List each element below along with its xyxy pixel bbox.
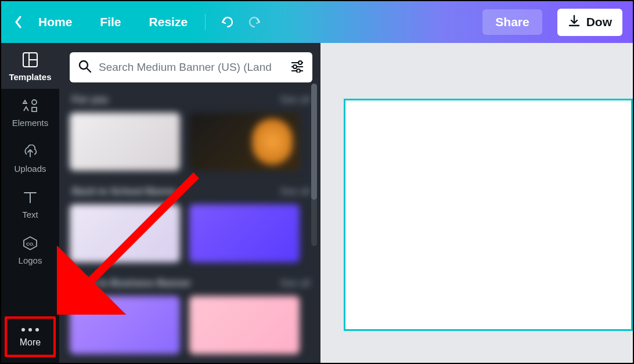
section-title: Back to Business Banner (72, 277, 191, 289)
file-menu[interactable]: File (95, 13, 125, 31)
download-icon (568, 15, 581, 30)
share-button[interactable]: Share (482, 9, 542, 35)
svg-point-11 (293, 65, 297, 69)
logos-icon: CO. (21, 235, 39, 252)
search-input[interactable] (99, 61, 283, 74)
resize-button[interactable]: Resize (145, 13, 193, 31)
rail-more-label: More (20, 337, 41, 348)
filters-icon[interactable] (290, 60, 304, 75)
panel-content-blurred: For youSee all Back to School BanneSee a… (70, 94, 312, 354)
svg-point-9 (298, 61, 302, 64)
design-canvas[interactable] (344, 99, 633, 331)
search-icon (78, 59, 92, 75)
svg-rect-4 (32, 107, 37, 111)
svg-point-3 (32, 100, 37, 104)
canvas-area[interactable] (320, 43, 633, 363)
redo-icon[interactable] (245, 13, 264, 31)
home-link[interactable]: Home (34, 13, 77, 31)
rail-text-label: Text (22, 210, 38, 219)
see-all: See all (280, 94, 310, 106)
rail-templates[interactable]: Templates (1, 43, 59, 89)
rail-uploads-label: Uploads (14, 164, 46, 174)
rail-templates-label: Templates (9, 72, 51, 82)
elements-icon (21, 97, 39, 114)
rail-elements[interactable]: Elements (1, 89, 59, 135)
see-all: See all (280, 186, 310, 197)
svg-line-7 (87, 69, 91, 72)
text-icon (21, 189, 39, 206)
svg-point-13 (297, 69, 300, 73)
svg-text:CO.: CO. (26, 242, 34, 247)
app-root: Home File Resize Share Dow Templates (0, 0, 634, 364)
rail-logos-label: Logos (19, 255, 42, 265)
uploads-icon (21, 143, 39, 160)
download-button[interactable]: Dow (557, 9, 622, 36)
topbar: Home File Resize Share Dow (1, 1, 633, 43)
svg-point-6 (80, 61, 88, 69)
more-icon (21, 328, 39, 331)
rail-elements-label: Elements (12, 118, 49, 128)
back-chevron-icon[interactable] (12, 15, 26, 29)
separator (205, 14, 206, 30)
body: Templates Elements Uploads Text (1, 43, 633, 363)
see-all: See all (280, 277, 310, 289)
rail-logos[interactable]: CO. Logos (1, 226, 59, 272)
section-title: Back to School Banne (72, 186, 176, 197)
search-bar (70, 52, 312, 82)
section-title: For you (72, 94, 108, 106)
templates-icon (21, 51, 39, 69)
rail-more[interactable]: More (5, 316, 56, 357)
panel-scrollbar-thumb[interactable] (311, 84, 317, 200)
templates-panel: For youSee all Back to School BanneSee a… (59, 43, 320, 363)
side-rail: Templates Elements Uploads Text (1, 43, 59, 363)
rail-uploads[interactable]: Uploads (1, 135, 59, 181)
download-label: Dow (586, 15, 612, 29)
undo-icon[interactable] (218, 13, 237, 31)
rail-text[interactable]: Text (1, 181, 59, 226)
